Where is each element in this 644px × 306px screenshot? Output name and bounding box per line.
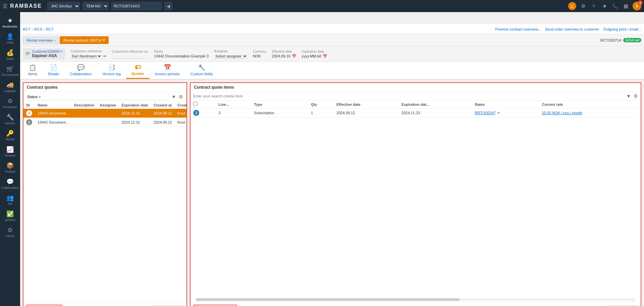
preview-contract-link[interactable]: Preview contract overview... [495, 27, 541, 31]
customer-card-icon: 🪪 [25, 52, 30, 56]
company-select[interactable]: JHC DevSys [47, 2, 80, 10]
col-name: Name [35, 102, 71, 109]
expiration-date-cell: 2024.12.31 [119, 118, 151, 127]
sidebar-item-qhses[interactable]: ✅ QHSES [0, 208, 20, 224]
currency-label: Currency [253, 50, 267, 53]
admin-icon: ⚙ [7, 226, 13, 234]
sidebar-item-collaboration[interactable]: 💬 Collaboration [0, 176, 20, 191]
status-badge: Active ●4 [623, 38, 641, 42]
breadcrumb-rct[interactable]: RCT [23, 27, 31, 31]
expiration-date-cell: 2024.12.31 [119, 109, 151, 118]
sidebar-item-crm[interactable]: 👤 CRM [0, 31, 20, 46]
template-select[interactable]: TEM-NO [83, 2, 109, 10]
external-link-icon[interactable]: ↗ [497, 111, 500, 115]
sidebar-item-label: Production [3, 105, 17, 109]
sidebar-item-label: CRM [7, 41, 14, 44]
search-input[interactable] [193, 94, 625, 98]
assignee-select[interactable]: Select assignee [214, 54, 248, 59]
user-initials: 3 [636, 4, 638, 8]
table-row[interactable]: 3 13442 Document... 2024.12.31 2024.09.1… [23, 109, 186, 118]
calendar-icon[interactable]: 📅 [292, 54, 297, 58]
star-icon[interactable]: ★ [600, 3, 608, 9]
sidebar-item-logistics[interactable]: 🚚 Logistics [0, 79, 20, 95]
sidebar-item-label: Logistics [4, 89, 16, 93]
table-row[interactable]: 3 3 Subscription 1 2024.09.12 2024.11.23… [191, 108, 641, 118]
tab-rental-overview[interactable]: Rental overview › [23, 37, 59, 44]
create-quote-button[interactable]: + + Create quote [26, 305, 62, 306]
create-quote-item-button[interactable]: + + Create quote item [193, 305, 237, 306]
customers-reference-no-input[interactable] [112, 54, 145, 58]
alert-icon[interactable]: ⚠ [568, 2, 576, 10]
settings-icon2[interactable]: ⚙ [634, 93, 638, 99]
sidebar-item-label: QHSES [5, 218, 15, 222]
quotes-tab-label: Quotes [131, 72, 144, 76]
name-label: Name [154, 50, 209, 53]
type-cell: Subscription [251, 108, 308, 118]
send-order-link[interactable]: Send order overview to customer [545, 27, 599, 31]
tab-nav-details[interactable]: 📄 Details [43, 62, 65, 79]
items-tab-label: Items [28, 72, 37, 76]
customers-reference-select[interactable]: Kari Nordmann [70, 54, 102, 59]
customer-id[interactable]: Customer/102609 ✏ [32, 50, 62, 53]
sidebar-item-finance[interactable]: 📈 Finance [0, 144, 20, 159]
breadcrumb-rcs[interactable]: RCS [34, 27, 42, 31]
sidebar-item-bookmarks[interactable]: ★ Bookmarks [0, 15, 20, 30]
calendar2-icon[interactable]: 📅 [323, 54, 327, 58]
scrollbar-thumb[interactable] [196, 298, 460, 301]
outgoing-print-link[interactable]: Outgoing print / email... [603, 27, 641, 31]
contract-quote-items-title: Contract quote items [191, 83, 641, 92]
filter-icon[interactable]: ▼ [171, 93, 177, 100]
table-row[interactable]: 2 13442 Document... 2024.12.31 2024.09.1… [23, 118, 186, 127]
user-avatar[interactable]: 3 3 [633, 2, 641, 10]
sidebar-item-label: Service [5, 122, 15, 125]
currency-value: NOK [253, 54, 267, 58]
sidebar-item-product[interactable]: 📦 Product [0, 160, 20, 175]
grid-icon[interactable]: ▦ [622, 3, 630, 9]
content-row: Contract quotes ▼ ⚙ St Name Description … [20, 80, 644, 306]
sidebar-item-service[interactable]: 🔧 Service [0, 112, 20, 127]
tab-nav-invoice-periods[interactable]: 📅 Invoice periods [150, 62, 185, 79]
select-all-checkbox[interactable] [193, 102, 198, 106]
sidebar: ★ Bookmarks 👤 CRM 💰 Sales 🛒 Procurement … [0, 12, 20, 306]
col-assignee: Assignee [97, 102, 119, 109]
currency-field: Currency NOK [253, 50, 267, 58]
edit-reference-icon[interactable]: ✏ [103, 54, 106, 58]
filter-icon2[interactable]: ▼ [626, 93, 631, 99]
settings-filter-icon[interactable]: ⚙ [178, 93, 184, 100]
tab-label: Rental overview [26, 38, 53, 42]
expiration-date-label: Expiration date [302, 50, 327, 53]
sidebar-item-procurement[interactable]: 🛒 Procurement [0, 63, 20, 79]
sidebar-item-sales[interactable]: 💰 Sales [0, 47, 20, 62]
help-icon[interactable]: ? [590, 3, 598, 9]
status-badge: 2 [26, 119, 32, 125]
tab-nav-collaboration[interactable]: 💬 Collaboration [65, 62, 97, 79]
checkbox-cell: 3 [191, 108, 216, 118]
filter-input[interactable] [26, 94, 169, 100]
sidebar-item-admin[interactable]: ⚙ Admin [0, 224, 20, 240]
breadcrumb-rct2[interactable]: RCT [46, 27, 54, 31]
tab-nav-version-log[interactable]: 📑 Version log [97, 62, 126, 79]
contract-quotes-title: Contract quotes [23, 83, 186, 92]
tab-nav-custom-fields[interactable]: 🔧 Custom fields [185, 62, 218, 79]
sidebar-item-production[interactable]: ⚙ Production [0, 95, 20, 111]
sales-icon: 💰 [6, 49, 14, 56]
customer-bar: 🪪 Customer/102609 ✏ Equinor ASA Customer… [20, 46, 644, 62]
sidebar-item-rental[interactable]: 🔑 Rental [0, 128, 20, 143]
scrollbar-track[interactable] [196, 298, 635, 301]
quotes-table: St Name Description Assignee Expiration … [23, 102, 186, 127]
path-input[interactable] [111, 2, 162, 10]
quote-items-table: Line... Type Qty Effective date Expirati… [191, 100, 641, 118]
hamburger-icon[interactable]: ☰ [3, 3, 7, 9]
tab-rental-contract[interactable]: Rental contract 100714 ▾ [60, 36, 109, 44]
tab-nav-quotes[interactable]: 🏷 Quotes [126, 62, 150, 79]
phone-icon[interactable]: 📞 [611, 3, 619, 9]
app-logo: RAMBASE [10, 3, 42, 9]
settings-icon[interactable]: ⚙ [579, 3, 587, 9]
back-button[interactable]: ◀ [164, 2, 172, 10]
rates-link[interactable]: RRT/100347 [475, 111, 495, 115]
collaboration-icon: 💬 [6, 178, 14, 185]
col-line: Line... [216, 100, 251, 108]
tab-nav-items[interactable]: 📋 Items [23, 62, 43, 79]
sidebar-item-hr[interactable]: 👥 HR [0, 192, 20, 208]
col-description: Description [71, 102, 97, 109]
